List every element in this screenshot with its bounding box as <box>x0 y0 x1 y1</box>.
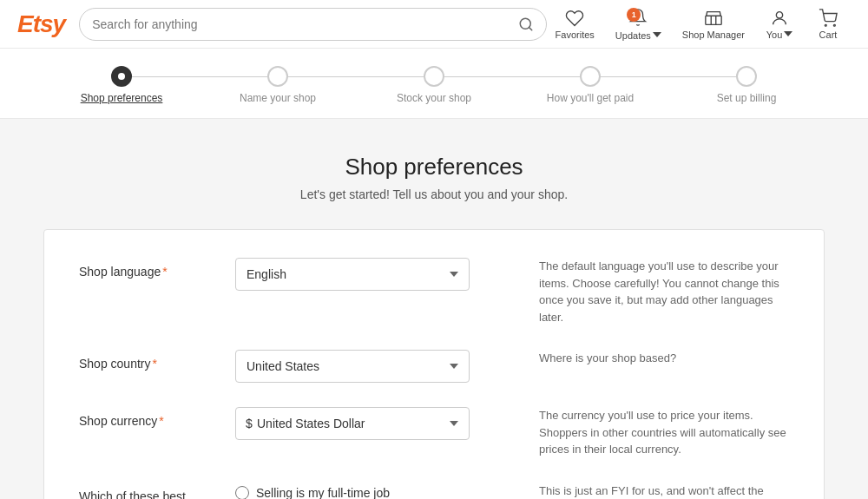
cart-icon <box>819 9 838 28</box>
step-circle-5 <box>736 66 757 87</box>
shop-currency-select[interactable]: United States Dollar <box>235 407 470 440</box>
svg-point-6 <box>825 24 826 26</box>
shop-currency-input-col: $ United States Dollar <box>235 407 470 440</box>
nav-updates[interactable]: 1 Updates <box>607 4 670 44</box>
step-circle-4 <box>580 66 601 87</box>
nav-you[interactable]: You <box>757 5 802 43</box>
cart-label: Cart <box>819 30 838 40</box>
shop-icon <box>704 9 723 28</box>
heart-icon <box>565 9 584 28</box>
nav-shop-manager[interactable]: Shop Manager <box>674 5 753 43</box>
describes-you-help: This is just an FYI for us, and won't af… <box>539 483 789 500</box>
shop-country-row: Shop country* United States Where is you… <box>79 350 789 383</box>
svg-point-7 <box>833 24 835 26</box>
step-label-3: Stock your shop <box>397 92 471 104</box>
shop-language-label: Shop language* <box>79 258 235 279</box>
etsy-logo[interactable]: Etsy <box>17 10 65 38</box>
describes-you-input-col: Selling is my full-time job I sell part-… <box>235 483 470 500</box>
svg-line-1 <box>529 27 531 30</box>
step-label-1: Shop preferences <box>81 92 163 104</box>
progress-steps: Shop preferences Name your shop Stock yo… <box>0 49 868 119</box>
step-label-2: Name your shop <box>240 92 316 104</box>
shop-currency-help: The currency you'll use to price your it… <box>539 407 789 458</box>
you-label: You <box>766 30 793 40</box>
preferences-form: Shop language* English The default langu… <box>43 229 825 499</box>
updates-badge: 1 <box>627 8 641 22</box>
step-circle-3 <box>424 66 444 87</box>
step-circle-1 <box>111 66 132 87</box>
shop-manager-label: Shop Manager <box>682 30 745 40</box>
shop-language-help: The default language you'll use to descr… <box>539 258 789 325</box>
search-icon <box>518 16 534 32</box>
shop-language-select[interactable]: English <box>235 258 470 291</box>
shop-country-select[interactable]: United States <box>235 350 470 383</box>
shop-country-label: Shop country* <box>79 350 235 371</box>
page-subtitle: Let's get started! Tell us about you and… <box>17 187 851 201</box>
shop-language-input-col: English <box>235 258 470 291</box>
search-input[interactable] <box>92 17 517 31</box>
search-button[interactable] <box>518 16 534 32</box>
step-shop-preferences[interactable]: Shop preferences <box>43 66 200 118</box>
currency-wrapper: $ United States Dollar <box>235 407 470 440</box>
step-how-get-paid[interactable]: How you'll get paid <box>512 66 668 118</box>
nav-favorites[interactable]: Favorites <box>547 5 603 43</box>
shop-currency-label: Shop currency* <box>79 407 235 428</box>
main-content: Shop preferences Let's get started! Tell… <box>0 119 868 499</box>
describes-you-row: Which of these best describes you?* Sell… <box>79 483 789 500</box>
step-label-4: How you'll get paid <box>547 92 634 104</box>
radio-option-fulltime[interactable]: Selling is my full-time job <box>235 486 470 500</box>
page-title: Shop preferences <box>17 154 851 181</box>
top-nav: Favorites 1 Updates <box>547 4 851 44</box>
nav-cart[interactable]: Cart <box>806 5 851 43</box>
step-stock-your-shop[interactable]: Stock your shop <box>356 66 512 118</box>
svg-point-5 <box>776 11 782 17</box>
svg-rect-2 <box>706 16 721 24</box>
step-label-5: Set up billing <box>717 92 777 104</box>
shop-currency-row: Shop currency* $ United States Dollar Th… <box>79 407 789 458</box>
radio-group: Selling is my full-time job I sell part-… <box>235 483 470 500</box>
search-bar <box>79 8 546 41</box>
shop-country-help: Where is your shop based? <box>539 350 789 367</box>
describes-you-label: Which of these best describes you?* <box>79 483 235 500</box>
header: Etsy Favorites <box>0 0 868 49</box>
favorites-label: Favorites <box>556 30 595 40</box>
radio-fulltime[interactable] <box>235 486 249 500</box>
updates-label: Updates <box>615 30 661 41</box>
shop-country-input-col: United States <box>235 350 470 383</box>
step-set-up-billing[interactable]: Set up billing <box>668 66 825 118</box>
step-name-your-shop[interactable]: Name your shop <box>200 66 356 118</box>
step-circle-2 <box>267 66 288 87</box>
shop-language-row: Shop language* English The default langu… <box>79 258 789 325</box>
person-icon <box>770 9 789 28</box>
